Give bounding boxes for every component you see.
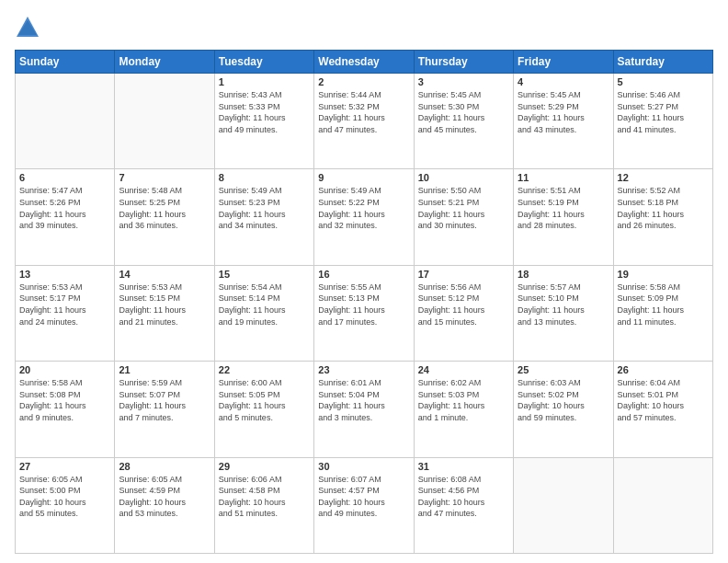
day-info: Sunrise: 5:48 AM Sunset: 5:25 PM Dayligh… bbox=[119, 185, 210, 231]
calendar-cell: 11Sunrise: 5:51 AM Sunset: 5:19 PM Dayli… bbox=[514, 169, 613, 265]
calendar-cell: 4Sunrise: 5:45 AM Sunset: 5:29 PM Daylig… bbox=[514, 74, 613, 169]
calendar-cell bbox=[115, 74, 214, 169]
calendar-cell: 7Sunrise: 5:48 AM Sunset: 5:25 PM Daylig… bbox=[115, 169, 214, 265]
calendar-cell: 9Sunrise: 5:49 AM Sunset: 5:22 PM Daylig… bbox=[314, 169, 414, 265]
day-number: 8 bbox=[219, 172, 310, 183]
weekday-header: Wednesday bbox=[314, 51, 414, 74]
day-info: Sunrise: 5:58 AM Sunset: 5:08 PM Dayligh… bbox=[19, 377, 110, 423]
calendar-cell: 6Sunrise: 5:47 AM Sunset: 5:26 PM Daylig… bbox=[16, 169, 115, 265]
calendar-cell bbox=[514, 457, 613, 553]
calendar-cell: 2Sunrise: 5:44 AM Sunset: 5:32 PM Daylig… bbox=[314, 74, 414, 169]
day-number: 13 bbox=[19, 269, 110, 280]
header bbox=[15, 15, 713, 40]
calendar-cell: 26Sunrise: 6:04 AM Sunset: 5:01 PM Dayli… bbox=[613, 362, 712, 457]
calendar-cell: 24Sunrise: 6:02 AM Sunset: 5:03 PM Dayli… bbox=[414, 362, 513, 457]
day-number: 18 bbox=[518, 269, 609, 280]
day-number: 29 bbox=[219, 461, 310, 472]
day-number: 30 bbox=[318, 461, 409, 472]
calendar-cell: 1Sunrise: 5:43 AM Sunset: 5:33 PM Daylig… bbox=[214, 74, 313, 169]
weekday-header-row: SundayMondayTuesdayWednesdayThursdayFrid… bbox=[16, 51, 713, 74]
day-info: Sunrise: 5:45 AM Sunset: 5:30 PM Dayligh… bbox=[418, 89, 509, 135]
day-info: Sunrise: 5:52 AM Sunset: 5:18 PM Dayligh… bbox=[618, 185, 709, 231]
calendar-cell: 10Sunrise: 5:50 AM Sunset: 5:21 PM Dayli… bbox=[414, 169, 513, 265]
day-info: Sunrise: 5:44 AM Sunset: 5:32 PM Dayligh… bbox=[318, 89, 409, 135]
day-info: Sunrise: 6:05 AM Sunset: 4:59 PM Dayligh… bbox=[119, 474, 210, 520]
day-number: 28 bbox=[119, 461, 210, 472]
calendar-week-row: 20Sunrise: 5:58 AM Sunset: 5:08 PM Dayli… bbox=[16, 362, 713, 457]
calendar-cell: 16Sunrise: 5:55 AM Sunset: 5:13 PM Dayli… bbox=[314, 265, 414, 361]
day-info: Sunrise: 5:49 AM Sunset: 5:22 PM Dayligh… bbox=[318, 185, 409, 231]
calendar-cell: 28Sunrise: 6:05 AM Sunset: 4:59 PM Dayli… bbox=[115, 457, 214, 553]
day-info: Sunrise: 5:54 AM Sunset: 5:14 PM Dayligh… bbox=[219, 282, 310, 327]
calendar-cell: 23Sunrise: 6:01 AM Sunset: 5:04 PM Dayli… bbox=[314, 362, 414, 457]
calendar-week-row: 13Sunrise: 5:53 AM Sunset: 5:17 PM Dayli… bbox=[16, 265, 713, 361]
day-info: Sunrise: 5:46 AM Sunset: 5:27 PM Dayligh… bbox=[618, 89, 709, 135]
day-number: 16 bbox=[318, 269, 409, 280]
day-info: Sunrise: 5:45 AM Sunset: 5:29 PM Dayligh… bbox=[518, 89, 609, 135]
day-info: Sunrise: 6:04 AM Sunset: 5:01 PM Dayligh… bbox=[618, 377, 709, 423]
calendar-cell: 27Sunrise: 6:05 AM Sunset: 5:00 PM Dayli… bbox=[16, 457, 115, 553]
weekday-header: Friday bbox=[514, 51, 613, 74]
calendar-cell bbox=[16, 74, 115, 169]
day-number: 3 bbox=[418, 76, 509, 87]
day-info: Sunrise: 6:00 AM Sunset: 5:05 PM Dayligh… bbox=[219, 377, 310, 423]
day-number: 27 bbox=[19, 461, 110, 472]
calendar-week-row: 1Sunrise: 5:43 AM Sunset: 5:33 PM Daylig… bbox=[16, 74, 713, 169]
calendar-cell: 17Sunrise: 5:56 AM Sunset: 5:12 PM Dayli… bbox=[414, 265, 513, 361]
calendar-cell: 8Sunrise: 5:49 AM Sunset: 5:23 PM Daylig… bbox=[214, 169, 313, 265]
calendar-cell: 20Sunrise: 5:58 AM Sunset: 5:08 PM Dayli… bbox=[16, 362, 115, 457]
calendar-cell: 22Sunrise: 6:00 AM Sunset: 5:05 PM Dayli… bbox=[214, 362, 313, 457]
calendar-cell: 18Sunrise: 5:57 AM Sunset: 5:10 PM Dayli… bbox=[514, 265, 613, 361]
calendar-cell: 5Sunrise: 5:46 AM Sunset: 5:27 PM Daylig… bbox=[613, 74, 712, 169]
day-number: 23 bbox=[318, 364, 409, 375]
calendar-cell: 13Sunrise: 5:53 AM Sunset: 5:17 PM Dayli… bbox=[16, 265, 115, 361]
day-info: Sunrise: 5:59 AM Sunset: 5:07 PM Dayligh… bbox=[119, 377, 210, 423]
day-info: Sunrise: 6:07 AM Sunset: 4:57 PM Dayligh… bbox=[318, 474, 409, 520]
svg-marker-1 bbox=[18, 20, 37, 35]
logo bbox=[15, 15, 44, 40]
day-info: Sunrise: 5:53 AM Sunset: 5:15 PM Dayligh… bbox=[119, 282, 210, 327]
weekday-header: Thursday bbox=[414, 51, 513, 74]
day-number: 19 bbox=[618, 269, 709, 280]
day-info: Sunrise: 5:58 AM Sunset: 5:09 PM Dayligh… bbox=[618, 282, 709, 327]
day-info: Sunrise: 6:02 AM Sunset: 5:03 PM Dayligh… bbox=[418, 377, 509, 423]
day-number: 25 bbox=[518, 364, 609, 375]
day-number: 14 bbox=[119, 269, 210, 280]
calendar-table: SundayMondayTuesdayWednesdayThursdayFrid… bbox=[15, 50, 713, 554]
day-info: Sunrise: 5:50 AM Sunset: 5:21 PM Dayligh… bbox=[418, 185, 509, 231]
day-info: Sunrise: 6:03 AM Sunset: 5:02 PM Dayligh… bbox=[518, 377, 609, 423]
day-info: Sunrise: 6:08 AM Sunset: 4:56 PM Dayligh… bbox=[418, 474, 509, 520]
weekday-header: Monday bbox=[115, 51, 214, 74]
weekday-header: Tuesday bbox=[214, 51, 313, 74]
calendar-cell: 14Sunrise: 5:53 AM Sunset: 5:15 PM Dayli… bbox=[115, 265, 214, 361]
calendar-cell: 30Sunrise: 6:07 AM Sunset: 4:57 PM Dayli… bbox=[314, 457, 414, 553]
day-number: 2 bbox=[318, 76, 409, 87]
day-number: 26 bbox=[618, 364, 709, 375]
day-number: 20 bbox=[19, 364, 110, 375]
calendar-cell: 15Sunrise: 5:54 AM Sunset: 5:14 PM Dayli… bbox=[214, 265, 313, 361]
day-number: 10 bbox=[418, 172, 509, 183]
calendar-cell: 21Sunrise: 5:59 AM Sunset: 5:07 PM Dayli… bbox=[115, 362, 214, 457]
day-info: Sunrise: 5:43 AM Sunset: 5:33 PM Dayligh… bbox=[219, 89, 310, 135]
calendar-cell: 3Sunrise: 5:45 AM Sunset: 5:30 PM Daylig… bbox=[414, 74, 513, 169]
calendar-week-row: 6Sunrise: 5:47 AM Sunset: 5:26 PM Daylig… bbox=[16, 169, 713, 265]
calendar-cell: 19Sunrise: 5:58 AM Sunset: 5:09 PM Dayli… bbox=[613, 265, 712, 361]
day-info: Sunrise: 5:47 AM Sunset: 5:26 PM Dayligh… bbox=[19, 185, 110, 231]
calendar-cell: 25Sunrise: 6:03 AM Sunset: 5:02 PM Dayli… bbox=[514, 362, 613, 457]
page: SundayMondayTuesdayWednesdayThursdayFrid… bbox=[0, 0, 728, 563]
day-number: 5 bbox=[618, 76, 709, 87]
day-info: Sunrise: 5:56 AM Sunset: 5:12 PM Dayligh… bbox=[418, 282, 509, 327]
calendar-cell: 12Sunrise: 5:52 AM Sunset: 5:18 PM Dayli… bbox=[613, 169, 712, 265]
day-number: 6 bbox=[19, 172, 110, 183]
calendar-week-row: 27Sunrise: 6:05 AM Sunset: 5:00 PM Dayli… bbox=[16, 457, 713, 553]
day-info: Sunrise: 6:01 AM Sunset: 5:04 PM Dayligh… bbox=[318, 377, 409, 423]
calendar-cell: 29Sunrise: 6:06 AM Sunset: 4:58 PM Dayli… bbox=[214, 457, 313, 553]
day-number: 24 bbox=[418, 364, 509, 375]
day-info: Sunrise: 5:53 AM Sunset: 5:17 PM Dayligh… bbox=[19, 282, 110, 327]
day-number: 1 bbox=[219, 76, 310, 87]
day-number: 31 bbox=[418, 461, 509, 472]
weekday-header: Sunday bbox=[16, 51, 115, 74]
calendar-cell: 31Sunrise: 6:08 AM Sunset: 4:56 PM Dayli… bbox=[414, 457, 513, 553]
day-number: 11 bbox=[518, 172, 609, 183]
day-info: Sunrise: 5:57 AM Sunset: 5:10 PM Dayligh… bbox=[518, 282, 609, 327]
